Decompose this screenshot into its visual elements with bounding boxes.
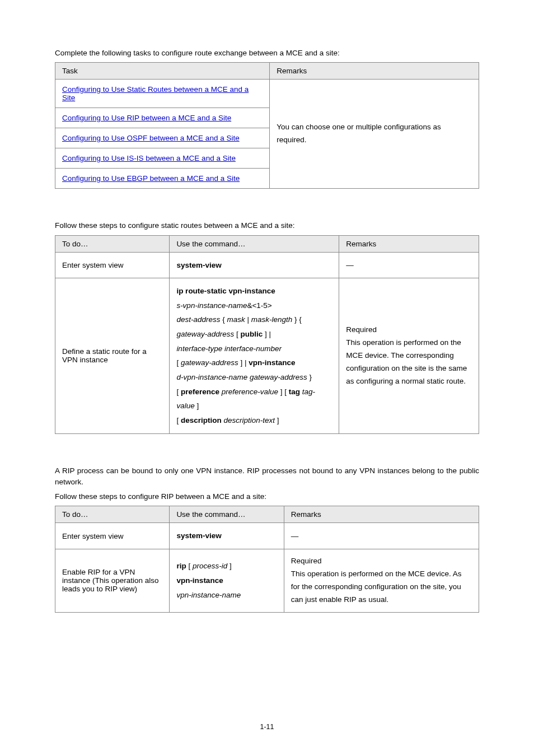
- t1-header-task: Task: [55, 63, 270, 80]
- table-row: Configuring to Use IS-IS between a MCE a…: [55, 148, 270, 169]
- rip-header-remarks: Remarks: [284, 506, 479, 523]
- t1-header-remarks: Remarks: [270, 63, 479, 80]
- st-row2-remarks: Required This operation is performed on …: [339, 278, 479, 433]
- st-header-remarks: Remarks: [339, 235, 479, 252]
- st-row1-todo: Enter system view: [55, 252, 170, 278]
- st-header-todo: To do…: [55, 235, 170, 252]
- link-static-routes[interactable]: Configuring to Use Static Routes between…: [62, 85, 249, 102]
- page-footer: 1-11: [0, 723, 534, 731]
- static-section-intro: Follow these steps to configure static r…: [55, 220, 479, 231]
- table-row: Configuring to Use RIP between a MCE and…: [55, 108, 270, 128]
- intro-text-1: Complete the following tasks to configur…: [55, 48, 479, 59]
- rip-header-cmd: Use the command…: [170, 506, 284, 523]
- rip-row2-remarks: Required This operation is performed on …: [284, 549, 479, 612]
- table-row: Configuring to Use EBGP between a MCE an…: [55, 169, 270, 189]
- rip-section-intro1: A RIP process can be bound to only one V…: [55, 465, 479, 488]
- t1-remarks-cell: You can choose one or multiple configura…: [270, 80, 479, 189]
- rip-row1-cmd: system-view: [170, 523, 284, 549]
- rip-section-intro2: Follow these steps to configure RIP betw…: [55, 491, 479, 502]
- rip-header-todo: To do…: [55, 506, 170, 523]
- st-row2-cmd: ip route-static vpn-instance s-vpn-insta…: [170, 278, 339, 433]
- link-rip[interactable]: Configuring to Use RIP between a MCE and…: [62, 114, 231, 122]
- rip-row1-remarks: —: [284, 523, 479, 549]
- st-row2-todo: Define a static route for a VPN instance: [55, 278, 170, 433]
- rip-row2-cmd: rip [ process-id ] vpn-instance vpn-inst…: [170, 549, 284, 612]
- task-table-1: Task Remarks Configuring to Use Static R…: [55, 62, 479, 189]
- rip-row1-todo: Enter system view: [55, 523, 170, 549]
- st-row1-remarks: —: [339, 252, 479, 278]
- static-route-table: To do… Use the command… Remarks Enter sy…: [55, 235, 479, 434]
- table-row: Configuring to Use Static Routes between…: [55, 80, 270, 108]
- rip-row2-todo: Enable RIP for a VPN instance (This oper…: [55, 549, 170, 612]
- link-ospf[interactable]: Configuring to Use OSPF between a MCE an…: [62, 134, 240, 142]
- link-ebgp[interactable]: Configuring to Use EBGP between a MCE an…: [62, 174, 240, 183]
- st-row1-cmd: system-view: [170, 252, 339, 278]
- rip-table: To do… Use the command… Remarks Enter sy…: [55, 506, 479, 612]
- link-isis[interactable]: Configuring to Use IS-IS between a MCE a…: [62, 154, 236, 162]
- st-header-cmd: Use the command…: [170, 235, 339, 252]
- table-row: Configuring to Use OSPF between a MCE an…: [55, 128, 270, 148]
